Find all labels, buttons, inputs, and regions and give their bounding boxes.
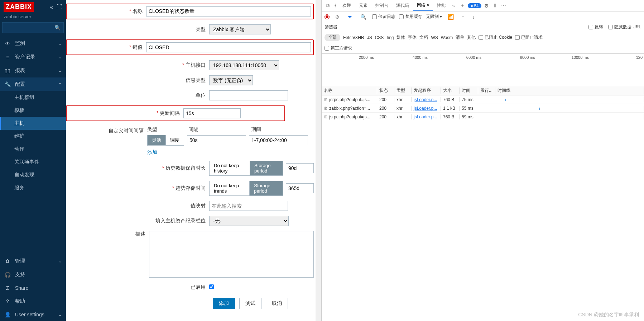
seg-sched[interactable]: 调度 [166, 135, 184, 145]
hdr-size[interactable]: 大小 [441, 88, 460, 94]
enabled-checkbox[interactable] [209, 284, 214, 289]
clear-icon[interactable]: ⊘ [333, 13, 342, 21]
collapse-icon[interactable]: « [50, 4, 53, 10]
add-interval-link[interactable]: 添加 [147, 149, 157, 155]
cancel-button[interactable]: 取消 [266, 298, 288, 309]
history-value-input[interactable] [286, 163, 314, 173]
blocked-cookie-check[interactable]: 已阻止 Cookie [479, 34, 512, 41]
gear-icon[interactable]: ⚙ [482, 1, 491, 10]
tab-elements[interactable]: 元素 [355, 0, 371, 11]
hide-data-urls-check[interactable]: 隐藏数据 URL [608, 24, 641, 30]
nav-monitor[interactable]: 👁监测⌄ [0, 37, 66, 50]
record-icon[interactable] [325, 14, 330, 19]
sidebar-item-4[interactable]: 动作 [0, 143, 66, 156]
interface-select[interactable]: 192.168.188.111:10050 [209, 60, 279, 70]
table-row[interactable]: jsrpc.php?output=js...200xhrjsLoader.p..… [322, 95, 644, 104]
res-type-Wasm[interactable]: Wasm [441, 35, 453, 40]
issues-badge[interactable]: ● 54 [468, 3, 481, 8]
search-box[interactable]: 🔍 [2, 22, 64, 33]
preserve-log[interactable]: 保留日志 [372, 14, 395, 20]
res-type-Img[interactable]: Img [386, 35, 394, 40]
dock-icon[interactable]: ⫴ [492, 1, 498, 10]
res-type-文档[interactable]: 文档 [419, 34, 428, 41]
filter-label[interactable]: 筛选器 [325, 24, 337, 30]
table-row[interactable]: zabbix.php?action=...200xhrjsLoader.p...… [322, 104, 644, 113]
nav-reports[interactable]: ▯▯报表⌄ [0, 64, 66, 77]
plus-icon[interactable]: ＋ [458, 1, 467, 10]
timeline[interactable]: 2000 ms4000 ms6000 ms8000 ms10000 ms120 [322, 54, 644, 86]
sidebar-item-7[interactable]: 服务 [0, 181, 66, 194]
interval-period-input[interactable] [249, 135, 308, 145]
nav-inventory[interactable]: ≡资产记录⌄ [0, 50, 66, 64]
update-interval-input[interactable] [183, 108, 241, 118]
disable-cache[interactable]: 禁用缓存 [399, 14, 422, 20]
hdr-initiator[interactable]: 发起程序 [412, 88, 441, 94]
hdr-waterfall[interactable]: 时间线 [495, 88, 644, 94]
scrollbar[interactable] [316, 0, 321, 321]
tab-welcome[interactable]: 欢迎 [339, 0, 355, 11]
interval-value-input[interactable] [187, 135, 246, 145]
download-icon[interactable]: ↓ [470, 13, 477, 21]
zabbix-logo[interactable]: ZABBIX [4, 2, 34, 12]
sidebar-item-3[interactable]: 维护 [0, 130, 66, 143]
res-type-清单[interactable]: 清单 [456, 34, 464, 41]
upload-icon[interactable]: ↑ [460, 13, 466, 21]
sidebar-item-5[interactable]: 关联项事件 [0, 156, 66, 169]
third-party-check[interactable]: 第三方请求 [325, 45, 352, 51]
test-button[interactable]: 测试 [239, 298, 261, 309]
nav-help[interactable]: ?帮助 [0, 294, 66, 308]
device-icon[interactable]: ⫲ [332, 1, 338, 10]
tab-sources[interactable]: 源代码 [393, 0, 413, 11]
expand-icon[interactable]: ⛶ [57, 4, 62, 10]
trend-nokeep[interactable]: Do not keep trends [210, 181, 250, 195]
seg-flex[interactable]: 灵活 [148, 135, 166, 145]
close-icon[interactable]: × [427, 3, 429, 8]
filter-icon[interactable]: ⏷ [345, 13, 355, 21]
nav-share[interactable]: ZShare [0, 282, 66, 294]
more-tabs-icon[interactable]: » [450, 1, 457, 10]
table-row[interactable]: jsrpc.php?output=js...200xhrjsLoader.p..… [322, 113, 644, 121]
inventory-select[interactable]: -无- [209, 216, 289, 226]
key-input[interactable] [146, 42, 311, 52]
add-button[interactable]: 添加 [213, 298, 235, 309]
nav-user-settings[interactable]: 👤User settings⌄ [0, 308, 66, 321]
hdr-time[interactable]: 时间 [460, 88, 478, 94]
history-nokeep[interactable]: Do not keep history [210, 161, 250, 175]
blocked-req-check[interactable]: 已阻止请求 [515, 34, 543, 41]
res-type-其他[interactable]: 其他 [467, 34, 476, 41]
tab-console[interactable]: 控制台 [372, 0, 392, 11]
invert-check[interactable]: 反转 [588, 24, 603, 30]
kebab-icon[interactable]: ⋯ [499, 1, 508, 10]
trend-value-input[interactable] [286, 183, 314, 193]
sidebar-item-6[interactable]: 自动发现 [0, 169, 66, 181]
valuemap-input[interactable] [209, 201, 288, 211]
sidebar-item-1[interactable]: 模板 [0, 104, 66, 117]
name-input[interactable] [146, 6, 311, 16]
res-type-WS[interactable]: WS [431, 35, 438, 40]
res-type-CSS[interactable]: CSS [375, 35, 384, 40]
res-type-全部[interactable]: 全部 [325, 34, 340, 41]
desc-textarea[interactable] [149, 231, 314, 278]
trend-period[interactable]: Storage period [250, 181, 283, 195]
hdr-fulfill[interactable]: 履行... [478, 88, 495, 94]
res-type-字体[interactable]: 字体 [408, 34, 417, 41]
nav-support[interactable]: 🎧支持 [0, 268, 66, 282]
hdr-type[interactable]: 类型 [394, 88, 412, 94]
nav-config[interactable]: 🔧配置⌃ [0, 77, 66, 91]
nav-admin[interactable]: ✿管理⌄ [0, 254, 66, 268]
res-type-JS[interactable]: JS [367, 35, 372, 40]
sidebar-item-0[interactable]: 主机群组 [0, 91, 66, 104]
res-type-Fetch/XHR[interactable]: Fetch/XHR [343, 35, 364, 40]
tab-performance[interactable]: 性能 [433, 0, 449, 11]
history-period[interactable]: Storage period [250, 161, 283, 175]
hdr-name[interactable]: 名称 [322, 88, 377, 94]
sidebar-item-2[interactable]: 主机 [0, 117, 66, 130]
inspect-icon[interactable]: ⧉ [324, 1, 332, 10]
info-type-select[interactable]: 数字 (无正负) [209, 75, 253, 85]
tab-network[interactable]: 网络 × [413, 0, 433, 11]
type-select[interactable]: Zabbix 客户端 [209, 24, 271, 34]
search-icon[interactable]: 🔍 [358, 13, 369, 21]
throttle-select[interactable]: 无限制 ▾ [426, 14, 442, 20]
res-type-媒体[interactable]: 媒体 [397, 34, 405, 41]
unit-input[interactable] [209, 90, 288, 100]
